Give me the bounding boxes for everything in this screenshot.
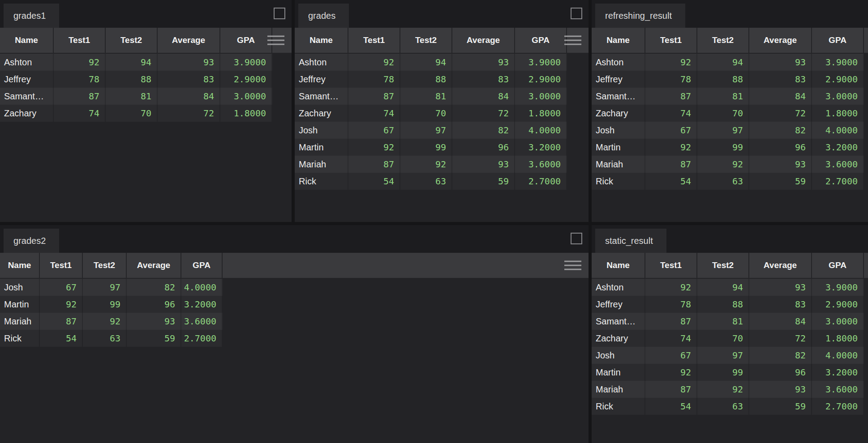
table-row[interactable]: Mariah8792933.6000 [0,313,223,330]
table-row[interactable]: Samant…8781843.0000 [592,313,864,330]
table-row[interactable]: Jeffrey7888832.9000 [592,71,864,88]
column-header-test1[interactable]: Test1 [645,28,697,53]
column-header-test2[interactable]: Test2 [697,28,749,53]
column-header-test1[interactable]: Test1 [40,253,83,278]
cell-number: 87 [645,156,697,173]
table-row[interactable]: Martin9299963.2000 [592,364,864,381]
cell-name: Samant… [295,88,348,105]
column-header-name[interactable]: Name [0,253,40,278]
tab-grades2[interactable]: grades2 [4,229,59,253]
cell-number: 84 [452,88,515,105]
column-header-gpa[interactable]: GPA [812,28,864,53]
column-header-gpa[interactable]: GPA [220,28,272,53]
top-panel-row: grades1 NameTest1Test2AverageGPA Ashton9… [0,0,868,222]
table-row[interactable]: Ashton9294933.9000 [0,54,272,71]
cell-number: 99 [400,139,452,156]
table-row[interactable]: Ashton9294933.9000 [592,54,864,71]
maximize-icon[interactable] [571,233,582,244]
cell-number: 2.9000 [515,71,567,88]
table-row[interactable]: Martin9299963.2000 [0,296,223,313]
column-header-test1[interactable]: Test1 [645,253,697,278]
cell-number: 59 [127,330,181,347]
cell-number: 88 [697,71,749,88]
tab-refreshing-result[interactable]: refreshing_result [595,4,685,28]
table-row[interactable]: Josh6797824.0000 [592,122,864,139]
column-header-test2[interactable]: Test2 [400,28,452,53]
cell-number: 3.9000 [812,279,864,296]
cell-name: Samant… [592,88,645,105]
maximize-icon[interactable] [274,8,285,19]
table-row[interactable]: Jeffrey7888832.9000 [295,71,567,88]
column-header-average[interactable]: Average [158,28,220,53]
cell-name: Rick [295,173,348,190]
table-row[interactable]: Josh6797824.0000 [0,279,223,296]
cell-number: 81 [400,88,452,105]
cell-number: 93 [452,54,515,71]
cell-name: Martin [592,139,645,156]
tab-grades[interactable]: grades [298,4,349,28]
column-header-test2[interactable]: Test2 [106,28,158,53]
table-row[interactable]: Rick5463592.7000 [592,173,864,190]
column-header-average[interactable]: Average [127,253,181,278]
panel-refreshing-result: refreshing_result NameTest1Test2AverageG… [592,0,868,222]
column-header-name[interactable]: Name [295,28,348,53]
column-header-gpa[interactable]: GPA [515,28,567,53]
cell-number: 78 [348,71,400,88]
column-header-gpa[interactable]: GPA [812,253,864,278]
table-row[interactable]: Rick5463592.7000 [0,330,223,347]
table-row[interactable]: Zachary7470721.8000 [0,105,272,122]
column-header-test2[interactable]: Test2 [697,253,749,278]
cell-number: 92 [697,156,749,173]
cell-name: Martin [0,296,40,313]
table-menu-icon[interactable] [564,261,581,270]
table-row[interactable]: Zachary7470721.8000 [295,105,567,122]
table-row[interactable]: Mariah8792933.6000 [592,156,864,173]
table-row[interactable]: Ashton9294933.9000 [592,279,864,296]
table-row[interactable]: Mariah8792933.6000 [592,381,864,398]
table-row[interactable]: Zachary7470721.8000 [592,330,864,347]
table-row[interactable]: Jeffrey7888832.9000 [0,71,272,88]
cell-name: Samant… [0,88,54,105]
cell-number: 72 [158,105,220,122]
table-body: Josh6797824.0000Martin9299963.2000Mariah… [0,279,589,443]
column-header-average[interactable]: Average [749,28,812,53]
cell-number: 81 [697,313,749,330]
table-row[interactable]: Mariah8792933.6000 [295,156,567,173]
cell-number: 87 [645,381,697,398]
column-header-test2[interactable]: Test2 [83,253,127,278]
cell-number: 92 [54,54,106,71]
maximize-icon[interactable] [571,8,582,19]
table-menu-icon[interactable] [564,36,581,45]
table-row[interactable]: Jeffrey7888832.9000 [592,296,864,313]
cell-name: Zachary [592,105,645,122]
cell-number: 94 [697,279,749,296]
cell-number: 84 [158,88,220,105]
table-row[interactable]: Samant…8781843.0000 [0,88,272,105]
table-row[interactable]: Martin9299963.2000 [592,139,864,156]
table-row[interactable]: Samant…8781843.0000 [592,88,864,105]
table-row[interactable]: Josh6797824.0000 [295,122,567,139]
cell-number: 3.2000 [812,364,864,381]
table-row[interactable]: Rick5463592.7000 [295,173,567,190]
tab-grades1[interactable]: grades1 [4,4,59,28]
tab-static-result[interactable]: static_result [595,229,666,253]
column-header-name[interactable]: Name [592,28,645,53]
table-menu-icon[interactable] [267,36,284,45]
column-header-name[interactable]: Name [592,253,645,278]
cell-name: Ashton [295,54,348,71]
table-row[interactable]: Ashton9294933.9000 [295,54,567,71]
cell-name: Rick [592,173,645,190]
column-header-test1[interactable]: Test1 [54,28,106,53]
table-row[interactable]: Josh6797824.0000 [592,347,864,364]
cell-name: Ashton [592,54,645,71]
column-header-test1[interactable]: Test1 [348,28,400,53]
column-header-gpa[interactable]: GPA [181,253,223,278]
cell-number: 87 [645,313,697,330]
table-row[interactable]: Zachary7470721.8000 [592,105,864,122]
table-row[interactable]: Rick5463592.7000 [592,398,864,415]
column-header-average[interactable]: Average [749,253,812,278]
table-row[interactable]: Samant…8781843.0000 [295,88,567,105]
table-row[interactable]: Martin9299963.2000 [295,139,567,156]
column-header-average[interactable]: Average [452,28,515,53]
column-header-name[interactable]: Name [0,28,54,53]
